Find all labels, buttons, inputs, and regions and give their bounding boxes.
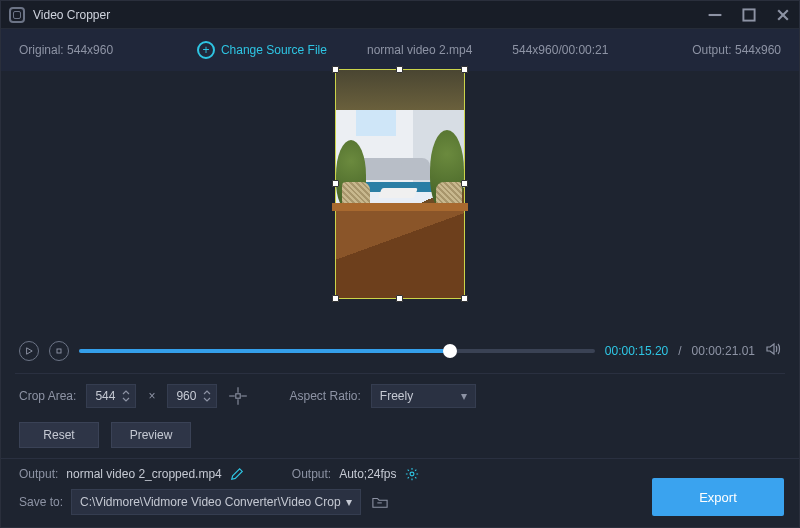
export-button[interactable]: Export xyxy=(652,478,784,516)
crop-height-field[interactable]: 960 xyxy=(167,384,217,408)
current-time: 00:00:15.20 xyxy=(605,344,668,358)
app-icon xyxy=(9,7,25,23)
svg-point-11 xyxy=(410,472,414,476)
crop-height-up[interactable] xyxy=(202,389,212,396)
player-controls: 00:00:15.20/00:00:21.01 xyxy=(1,331,799,371)
output-dims-value: 544x960 xyxy=(735,43,781,57)
output-format-value: Auto;24fps xyxy=(339,467,396,481)
window-title: Video Cropper xyxy=(33,8,110,22)
duration: 00:00:21.01 xyxy=(692,344,755,358)
crop-width-up[interactable] xyxy=(121,389,131,396)
source-info-bar: Original: 544x960 + Change Source File n… xyxy=(1,29,799,71)
gear-icon xyxy=(405,467,419,481)
close-button[interactable] xyxy=(775,7,791,23)
crop-handle-ml[interactable] xyxy=(332,180,339,187)
reset-button[interactable]: Reset xyxy=(19,422,99,448)
crop-width-value: 544 xyxy=(95,389,115,403)
caret-down-icon: ▾ xyxy=(346,495,352,509)
divider xyxy=(15,373,785,374)
svg-rect-1 xyxy=(743,9,754,20)
action-buttons-row: Reset Preview xyxy=(1,416,799,458)
svg-marker-4 xyxy=(27,348,33,354)
open-folder-button[interactable] xyxy=(369,491,391,513)
output-file-label: Output: xyxy=(19,467,58,481)
play-button[interactable] xyxy=(19,341,39,361)
original-label: Original: xyxy=(19,43,64,57)
output-settings-button[interactable] xyxy=(405,467,419,481)
center-crop-button[interactable] xyxy=(227,385,249,407)
pencil-icon xyxy=(230,467,244,481)
output-format-label: Output: xyxy=(292,467,331,481)
volume-icon xyxy=(765,341,781,357)
video-cropper-window: Video Cropper Original: 544x960 + Change… xyxy=(0,0,800,528)
save-path-value: C:\Vidmore\Vidmore Video Converter\Video… xyxy=(80,495,341,509)
change-source-label: Change Source File xyxy=(221,43,327,57)
title-bar: Video Cropper xyxy=(1,1,799,29)
play-icon xyxy=(25,347,33,355)
minimize-button[interactable] xyxy=(707,7,723,23)
output-dims-label: Output: xyxy=(692,43,731,57)
original-value: 544x960 xyxy=(67,43,113,57)
source-dims-duration: 544x960/00:00:21 xyxy=(512,43,608,57)
svg-rect-5 xyxy=(57,349,61,353)
maximize-button[interactable] xyxy=(741,7,757,23)
crop-handle-br[interactable] xyxy=(461,295,468,302)
save-to-label: Save to: xyxy=(19,495,63,509)
seek-fill xyxy=(79,349,450,353)
stop-button[interactable] xyxy=(49,341,69,361)
aspect-ratio-label: Aspect Ratio: xyxy=(289,389,360,403)
preview-area xyxy=(1,71,799,331)
folder-icon xyxy=(372,495,388,509)
preview-button[interactable]: Preview xyxy=(111,422,191,448)
crop-height-down[interactable] xyxy=(202,396,212,403)
crop-controls: Crop Area: 544 × 960 Aspect Ratio: Freel… xyxy=(1,376,799,416)
video-frame xyxy=(336,70,464,298)
crop-box[interactable] xyxy=(335,69,465,299)
source-filename: normal video 2.mp4 xyxy=(367,43,472,57)
crop-handle-mr[interactable] xyxy=(461,180,468,187)
crop-handle-tr[interactable] xyxy=(461,66,468,73)
plus-icon: + xyxy=(197,41,215,59)
crop-handle-bl[interactable] xyxy=(332,295,339,302)
crop-width-field[interactable]: 544 xyxy=(86,384,136,408)
rename-button[interactable] xyxy=(230,467,244,481)
svg-rect-10 xyxy=(236,394,240,398)
change-source-button[interactable]: + Change Source File xyxy=(197,41,327,59)
aspect-ratio-dropdown[interactable]: Freely ▾ xyxy=(371,384,476,408)
aspect-ratio-value: Freely xyxy=(380,389,413,403)
crop-handle-tm[interactable] xyxy=(396,66,403,73)
volume-button[interactable] xyxy=(765,341,781,361)
save-path-dropdown[interactable]: C:\Vidmore\Vidmore Video Converter\Video… xyxy=(71,489,361,515)
crop-handle-bm[interactable] xyxy=(396,295,403,302)
times-symbol: × xyxy=(148,389,155,403)
save-row: Save to: C:\Vidmore\Vidmore Video Conver… xyxy=(1,485,799,527)
crop-height-value: 960 xyxy=(176,389,196,403)
crop-area-label: Crop Area: xyxy=(19,389,76,403)
stop-icon xyxy=(55,347,63,355)
output-filename: normal video 2_cropped.mp4 xyxy=(66,467,221,481)
seek-bar[interactable] xyxy=(79,349,595,353)
caret-down-icon: ▾ xyxy=(461,389,467,403)
crop-handle-tl[interactable] xyxy=(332,66,339,73)
seek-thumb[interactable] xyxy=(443,344,457,358)
center-icon xyxy=(227,385,249,407)
time-sep: / xyxy=(678,344,681,358)
crop-width-down[interactable] xyxy=(121,396,131,403)
